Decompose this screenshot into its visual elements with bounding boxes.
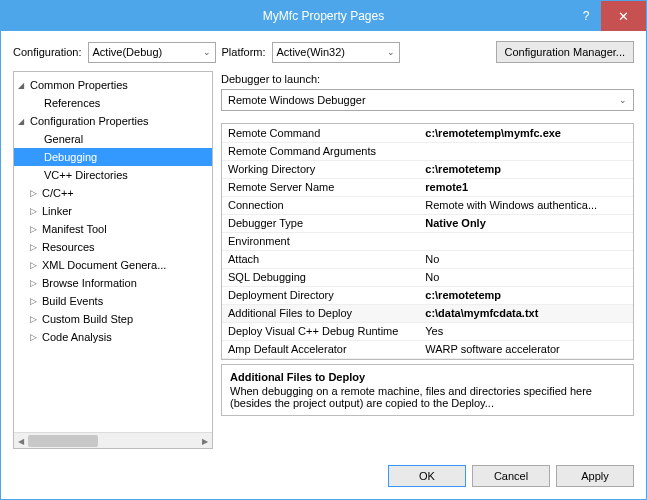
chevron-down-icon: ⌄	[203, 47, 211, 57]
tree-label: Code Analysis	[42, 331, 112, 343]
tree-label: XML Document Genera...	[42, 259, 166, 271]
tree-browse-info[interactable]: Browse Information	[14, 274, 212, 292]
expand-icon[interactable]	[30, 260, 40, 270]
expand-icon[interactable]	[18, 80, 28, 90]
expand-icon[interactable]	[18, 116, 28, 126]
tree-label: Debugging	[44, 151, 97, 163]
configuration-value: Active(Debug)	[93, 46, 163, 58]
property-row[interactable]: Debugger TypeNative Only	[222, 214, 633, 232]
expand-icon[interactable]	[30, 206, 40, 216]
expand-icon[interactable]	[30, 224, 40, 234]
configuration-combo[interactable]: Active(Debug) ⌄	[88, 42, 216, 63]
property-value[interactable]: Yes	[419, 322, 633, 340]
tree-label: Common Properties	[30, 79, 128, 91]
footer: OK Cancel Apply	[1, 457, 646, 499]
window-controls: ? ✕	[571, 1, 646, 31]
property-key: Deployment Directory	[222, 286, 419, 304]
tree-resources[interactable]: Resources	[14, 238, 212, 256]
config-row: Configuration: Active(Debug) ⌄ Platform:…	[1, 31, 646, 71]
property-row[interactable]: Additional Files to Deployc:\data\mymfcd…	[222, 304, 633, 322]
property-value[interactable]: c:\remotetemp	[419, 160, 633, 178]
platform-label: Platform:	[222, 46, 266, 58]
property-value[interactable]: Remote with Windows authentica...	[419, 196, 633, 214]
tree-label: References	[44, 97, 100, 109]
property-key: Attach	[222, 250, 419, 268]
description-panel: Additional Files to Deploy When debuggin…	[221, 364, 634, 416]
debugger-launch-combo[interactable]: Remote Windows Debugger ⌄	[221, 89, 634, 111]
main-area: Common Properties References Configurati…	[1, 71, 646, 457]
tree-label: C/C++	[42, 187, 74, 199]
tree-configuration-properties[interactable]: Configuration Properties	[14, 112, 212, 130]
property-key: Amp Default Accelerator	[222, 340, 419, 358]
close-button[interactable]: ✕	[601, 1, 646, 31]
debugger-launch-label: Debugger to launch:	[221, 73, 634, 85]
tree-vc-directories[interactable]: VC++ Directories	[14, 166, 212, 184]
property-row[interactable]: Deployment Directoryc:\remotetemp	[222, 286, 633, 304]
property-key: Environment	[222, 232, 419, 250]
property-row[interactable]: Amp Default AcceleratorWARP software acc…	[222, 340, 633, 358]
scroll-left-icon[interactable]: ◀	[14, 433, 28, 449]
help-button[interactable]: ?	[571, 1, 601, 31]
expand-icon[interactable]	[30, 314, 40, 324]
property-value[interactable]: No	[419, 250, 633, 268]
property-row[interactable]: Remote Command Arguments	[222, 142, 633, 160]
configuration-label: Configuration:	[13, 46, 82, 58]
property-row[interactable]: Environment	[222, 232, 633, 250]
property-value[interactable]: WARP software accelerator	[419, 340, 633, 358]
tree-manifest-tool[interactable]: Manifest Tool	[14, 220, 212, 238]
property-row[interactable]: Remote Commandc:\remotetemp\mymfc.exe	[222, 124, 633, 142]
tree-pane: Common Properties References Configurati…	[13, 71, 213, 449]
h-scrollbar[interactable]: ◀ ▶	[14, 432, 212, 448]
property-value[interactable]: c:\remotetemp\mymfc.exe	[419, 124, 633, 142]
configuration-manager-button[interactable]: Configuration Manager...	[496, 41, 634, 63]
property-grid[interactable]: Remote Commandc:\remotetemp\mymfc.exeRem…	[221, 123, 634, 360]
property-value[interactable]	[419, 232, 633, 250]
tree-label: Custom Build Step	[42, 313, 133, 325]
tree-build-events[interactable]: Build Events	[14, 292, 212, 310]
property-row[interactable]: AttachNo	[222, 250, 633, 268]
tree-code-analysis[interactable]: Code Analysis	[14, 328, 212, 346]
tree-xml-doc-gen[interactable]: XML Document Genera...	[14, 256, 212, 274]
tree-references[interactable]: References	[14, 94, 212, 112]
property-value[interactable]: c:\remotetemp	[419, 286, 633, 304]
cancel-button[interactable]: Cancel	[472, 465, 550, 487]
tree-general[interactable]: General	[14, 130, 212, 148]
tree-common-properties[interactable]: Common Properties	[14, 76, 212, 94]
property-value[interactable]: remote1	[419, 178, 633, 196]
expand-icon[interactable]	[30, 278, 40, 288]
property-value[interactable]	[419, 142, 633, 160]
property-key: Connection	[222, 196, 419, 214]
property-value[interactable]: c:\data\mymfcdata.txt	[419, 304, 633, 322]
property-key: SQL Debugging	[222, 268, 419, 286]
expand-icon[interactable]	[30, 188, 40, 198]
expand-icon[interactable]	[30, 296, 40, 306]
tree[interactable]: Common Properties References Configurati…	[14, 72, 212, 432]
platform-value: Active(Win32)	[277, 46, 345, 58]
property-value[interactable]: Native Only	[419, 214, 633, 232]
property-key: Additional Files to Deploy	[222, 304, 419, 322]
property-value[interactable]: No	[419, 268, 633, 286]
apply-button[interactable]: Apply	[556, 465, 634, 487]
property-row[interactable]: Remote Server Nameremote1	[222, 178, 633, 196]
tree-cpp[interactable]: C/C++	[14, 184, 212, 202]
tree-debugging[interactable]: Debugging	[14, 148, 212, 166]
scroll-right-icon[interactable]: ▶	[198, 433, 212, 449]
property-key: Remote Command Arguments	[222, 142, 419, 160]
platform-combo[interactable]: Active(Win32) ⌄	[272, 42, 400, 63]
tree-label: Configuration Properties	[30, 115, 149, 127]
chevron-down-icon: ⌄	[619, 95, 627, 105]
expand-icon[interactable]	[30, 242, 40, 252]
property-row[interactable]: Working Directoryc:\remotetemp	[222, 160, 633, 178]
property-row[interactable]: SQL DebuggingNo	[222, 268, 633, 286]
tree-custom-build-step[interactable]: Custom Build Step	[14, 310, 212, 328]
property-key: Debugger Type	[222, 214, 419, 232]
scroll-thumb[interactable]	[28, 435, 98, 447]
property-row[interactable]: Deploy Visual C++ Debug RuntimeYes	[222, 322, 633, 340]
ok-button[interactable]: OK	[388, 465, 466, 487]
property-key: Deploy Visual C++ Debug Runtime	[222, 322, 419, 340]
expand-icon[interactable]	[30, 332, 40, 342]
tree-linker[interactable]: Linker	[14, 202, 212, 220]
tree-label: Browse Information	[42, 277, 137, 289]
tree-label: Manifest Tool	[42, 223, 107, 235]
property-row[interactable]: ConnectionRemote with Windows authentica…	[222, 196, 633, 214]
